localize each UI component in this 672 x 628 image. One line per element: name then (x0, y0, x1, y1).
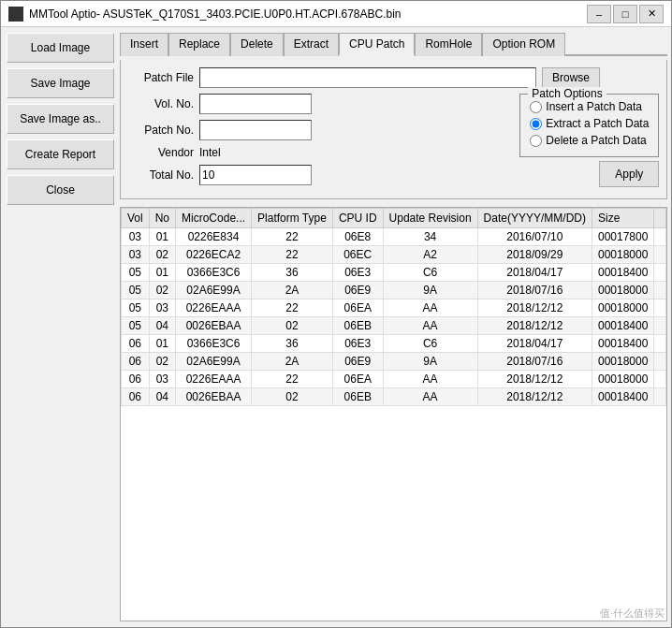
microcode-table: Vol No MicroCode... Platform Type CPU ID… (121, 208, 666, 406)
table-cell-3: 2A (252, 353, 333, 371)
close-window-button[interactable]: ✕ (639, 5, 664, 23)
vendor-label: Vendor (128, 146, 194, 159)
table-cell-1: 02 (149, 246, 175, 264)
tab-delete[interactable]: Delete (230, 33, 284, 56)
table-cell-2: 0226EAAA (176, 371, 252, 388)
option1-row: Insert a Patch Data (530, 100, 649, 113)
minimize-button[interactable]: – (587, 5, 611, 23)
close-button[interactable]: Close (7, 175, 114, 205)
table-cell-6: 2018/12/12 (477, 299, 592, 317)
table-cell-7: 00018000 (592, 353, 653, 371)
table-body: 03010226E8342206E8342016/07/100001780003… (122, 228, 666, 406)
table-cell-0: 06 (122, 388, 150, 406)
app-icon (8, 7, 23, 22)
table-cell-5: AA (383, 299, 477, 317)
patch-no-input[interactable] (199, 120, 312, 140)
table-row[interactable]: 03010226E8342206E8342016/07/1000017800 (122, 228, 666, 246)
main-window: MMTool Aptio- ASUSTeK_Q170S1_3403.PCIE.U… (0, 0, 672, 628)
option3-radio[interactable] (530, 135, 542, 147)
table-cell-4: 06EC (332, 246, 383, 264)
tab-extract[interactable]: Extract (284, 33, 339, 56)
patch-no-row: Patch No. (128, 120, 503, 140)
create-report-button[interactable]: Create Report (7, 139, 114, 169)
option1-label: Insert a Patch Data (546, 100, 642, 113)
title-bar: MMTool Aptio- ASUSTeK_Q170S1_3403.PCIE.U… (1, 1, 671, 27)
table-cell-8 (654, 317, 666, 335)
table-row[interactable]: 06030226EAAA2206EAAA2018/12/1200018000 (122, 371, 666, 388)
browse-button[interactable]: Browse (542, 67, 600, 88)
table-row[interactable]: 03020226ECA22206ECA22018/09/2900018000 (122, 246, 666, 264)
tab-romhole[interactable]: RomHole (415, 33, 482, 56)
table-cell-6: 2018/07/16 (477, 282, 592, 299)
table-cell-1: 04 (149, 388, 175, 406)
table-cell-2: 02A6E99A (176, 353, 252, 371)
patch-no-label: Patch No. (128, 124, 194, 137)
table-cell-0: 05 (122, 282, 150, 299)
table-cell-7: 00018400 (592, 335, 653, 353)
table-cell-7: 00018000 (592, 246, 653, 264)
table-cell-2: 0226EAAA (176, 299, 252, 317)
total-no-input[interactable] (199, 165, 312, 185)
table-cell-3: 36 (252, 335, 333, 353)
table-cell-8 (654, 335, 666, 353)
table-cell-7: 00018400 (592, 388, 653, 406)
option2-radio[interactable] (530, 118, 542, 130)
table-row[interactable]: 05030226EAAA2206EAAA2018/12/1200018000 (122, 299, 666, 317)
maximize-button[interactable]: □ (613, 5, 637, 23)
col-vol: Vol (122, 209, 150, 228)
table-row[interactable]: 05040026EBAA0206EBAA2018/12/1200018400 (122, 317, 666, 335)
table-cell-7: 00018400 (592, 317, 653, 335)
table-cell-5: AA (383, 388, 477, 406)
load-image-button[interactable]: Load Image (7, 33, 114, 63)
table-cell-6: 2018/09/29 (477, 246, 592, 264)
tab-option-rom[interactable]: Option ROM (482, 33, 565, 56)
patch-options-legend: Patch Options (528, 87, 606, 100)
table-cell-7: 00018000 (592, 371, 653, 388)
option1-radio[interactable] (530, 101, 542, 113)
table-cell-4: 06E3 (332, 264, 383, 282)
table-cell-5: A2 (383, 246, 477, 264)
vol-no-row: Vol. No. (128, 94, 503, 114)
table-cell-3: 22 (252, 228, 333, 246)
table-cell-2: 0226ECA2 (176, 246, 252, 264)
patch-file-label: Patch File (128, 71, 194, 84)
table-cell-4: 06EB (332, 388, 383, 406)
table-cell-0: 03 (122, 246, 150, 264)
tab-insert[interactable]: Insert (120, 33, 168, 56)
watermark: 值·什么值得买 (600, 606, 665, 621)
table-cell-6: 2018/12/12 (477, 388, 592, 406)
patch-options-group: Patch Options Insert a Patch Data Extrac… (519, 94, 659, 157)
table-row[interactable]: 060202A6E99A2A06E99A2018/07/1600018000 (122, 353, 666, 371)
patch-file-input[interactable] (199, 67, 536, 88)
table-cell-4: 06EB (332, 317, 383, 335)
vol-no-input[interactable] (199, 94, 312, 114)
table-cell-8 (654, 299, 666, 317)
table-cell-1: 04 (149, 317, 175, 335)
table-cell-3: 22 (252, 371, 333, 388)
tab-cpu-patch[interactable]: CPU Patch (339, 33, 415, 56)
table-cell-8 (654, 282, 666, 299)
table-cell-3: 22 (252, 246, 333, 264)
table-cell-0: 06 (122, 371, 150, 388)
total-no-label: Total No. (128, 168, 194, 182)
table-cell-4: 06E3 (332, 335, 383, 353)
table-cell-2: 0226E834 (176, 228, 252, 246)
apply-button[interactable]: Apply (599, 161, 659, 187)
table-cell-1: 02 (149, 353, 175, 371)
save-image-button[interactable]: Save Image (7, 68, 114, 98)
left-panel: Load Image Save Image Save Image as.. Cr… (7, 33, 114, 621)
table-cell-1: 03 (149, 299, 175, 317)
table-cell-0: 03 (122, 228, 150, 246)
table-cell-7: 00018000 (592, 299, 653, 317)
table-row[interactable]: 06040026EBAA0206EBAA2018/12/1200018400 (122, 388, 666, 406)
tab-replace[interactable]: Replace (168, 33, 230, 56)
table-row[interactable]: 050202A6E99A2A06E99A2018/07/1600018000 (122, 282, 666, 299)
table-row[interactable]: 05010366E3C63606E3C62018/04/1700018400 (122, 264, 666, 282)
title-bar-left: MMTool Aptio- ASUSTeK_Q170S1_3403.PCIE.U… (8, 7, 402, 22)
save-image-as-button[interactable]: Save Image as.. (7, 104, 114, 134)
table-row[interactable]: 06010366E3C63606E3C62018/04/1700018400 (122, 335, 666, 353)
table-cell-7: 00018000 (592, 282, 653, 299)
vendor-row: Vendor Intel (128, 146, 503, 159)
table-cell-6: 2016/07/10 (477, 228, 592, 246)
table-cell-4: 06EA (332, 371, 383, 388)
